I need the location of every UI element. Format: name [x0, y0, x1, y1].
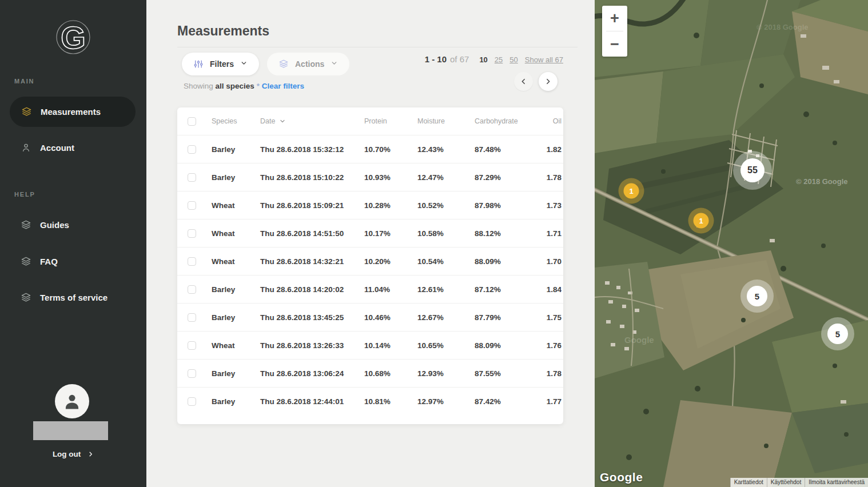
- cell-protein: 10.17%: [364, 229, 417, 238]
- table-row[interactable]: Barley Thu 28.6.2018 13:45:25 10.46% 12.…: [177, 303, 563, 331]
- map-cluster-marker[interactable]: 55: [740, 158, 765, 182]
- report-error-link[interactable]: Ilmoita karttavirheestä: [805, 478, 868, 487]
- chevron-left-icon: [520, 78, 527, 85]
- layers-icon: [21, 219, 31, 230]
- cell-carbohydrate: 87.79%: [475, 313, 546, 322]
- table-row[interactable]: Wheat Thu 28.6.2018 13:26:33 10.14% 10.6…: [177, 331, 563, 359]
- row-checkbox[interactable]: [188, 313, 196, 322]
- zoom-out-button[interactable]: −: [602, 31, 627, 57]
- cell-date: Thu 28.6.2018 14:32:21: [260, 257, 364, 266]
- cell-oil: 1.70: [546, 257, 562, 266]
- cell-moisture: 12.61%: [417, 285, 475, 294]
- cell-species: Barley: [212, 369, 260, 378]
- cell-moisture: 10.65%: [417, 341, 475, 350]
- page-size-10[interactable]: 10: [479, 55, 487, 64]
- sidebar-item-label: Measurements: [41, 107, 101, 117]
- chevron-right-icon: [87, 451, 94, 457]
- column-header-carbohydrate[interactable]: Carbohydrate: [475, 117, 546, 125]
- sidebar-item-label: Account: [40, 143, 74, 153]
- table-row[interactable]: Barley Thu 28.6.2018 12:44:01 10.81% 12.…: [177, 387, 563, 415]
- map-data-link[interactable]: Karttatiedot: [730, 478, 767, 487]
- cell-date: Thu 28.6.2018 14:51:50: [260, 229, 364, 238]
- column-header-oil[interactable]: Oil: [546, 117, 562, 125]
- cell-date: Thu 28.6.2018 13:06:24: [260, 369, 364, 378]
- cell-date: Thu 28.6.2018 15:10:22: [260, 173, 364, 182]
- zoom-in-button[interactable]: +: [602, 6, 627, 31]
- cell-protein: 10.28%: [364, 201, 417, 210]
- table-row[interactable]: Wheat Thu 28.6.2018 15:09:21 10.28% 10.5…: [177, 191, 563, 219]
- cell-oil: 1.77: [546, 397, 562, 406]
- cell-species: Barley: [212, 145, 260, 154]
- row-checkbox[interactable]: [188, 369, 196, 378]
- column-header-protein[interactable]: Protein: [364, 117, 417, 125]
- cell-moisture: 10.58%: [417, 229, 475, 238]
- map-cluster-marker[interactable]: 5: [827, 324, 848, 344]
- cell-date: Thu 28.6.2018 15:09:21: [260, 201, 364, 210]
- cell-oil: 1.84: [546, 285, 562, 294]
- table-row[interactable]: Barley Thu 28.6.2018 15:32:12 10.70% 12.…: [177, 135, 563, 163]
- cell-carbohydrate: 87.48%: [475, 145, 546, 154]
- sidebar-item-faq[interactable]: FAQ: [21, 254, 58, 268]
- sort-chevron-down-icon: [279, 117, 286, 125]
- row-checkbox[interactable]: [188, 145, 196, 154]
- row-checkbox[interactable]: [188, 397, 196, 406]
- actions-button[interactable]: Actions: [267, 53, 349, 75]
- sidebar: G MAIN Measurements Account HELP: [0, 0, 146, 487]
- table-row[interactable]: Barley Thu 28.6.2018 14:20:02 11.04% 12.…: [177, 275, 563, 303]
- map-watermark: Google: [624, 335, 654, 345]
- cell-species: Wheat: [212, 201, 260, 210]
- cell-species: Barley: [212, 173, 260, 182]
- cell-protein: 10.68%: [364, 369, 417, 378]
- row-checkbox[interactable]: [188, 229, 196, 238]
- next-page-button[interactable]: [539, 72, 558, 91]
- table-row[interactable]: Wheat Thu 28.6.2018 14:32:21 10.20% 10.5…: [177, 247, 563, 275]
- cell-protein: 10.93%: [364, 173, 417, 182]
- row-checkbox[interactable]: [188, 341, 196, 350]
- row-checkbox[interactable]: [188, 285, 196, 294]
- layers-icon: [21, 256, 31, 267]
- page-size-25[interactable]: 25: [495, 55, 503, 64]
- cell-moisture: 12.93%: [417, 369, 475, 378]
- row-checkbox[interactable]: [188, 257, 196, 266]
- cell-date: Thu 28.6.2018 13:26:33: [260, 341, 364, 350]
- page-size-50[interactable]: 50: [509, 55, 517, 64]
- cell-carbohydrate: 87.42%: [475, 397, 546, 406]
- row-checkbox[interactable]: [188, 201, 196, 210]
- page-title: Measurements: [177, 23, 269, 39]
- sidebar-item-label: Terms of service: [40, 293, 107, 302]
- sliders-icon: [193, 59, 204, 69]
- column-header-species[interactable]: Species: [212, 117, 260, 125]
- column-header-date[interactable]: Date: [260, 117, 364, 125]
- pagination-range: 1 - 10: [425, 54, 447, 64]
- show-all-link[interactable]: Show all 67: [525, 55, 563, 64]
- column-header-moisture[interactable]: Moisture: [417, 117, 475, 125]
- measurements-table: Species Date Protein Moisture Carbohydra…: [177, 107, 563, 424]
- cell-carbohydrate: 87.12%: [475, 285, 546, 294]
- sidebar-item-account[interactable]: Account: [21, 141, 74, 154]
- sidebar-item-terms-of-service[interactable]: Terms of service: [21, 290, 107, 304]
- table-row[interactable]: Barley Thu 28.6.2018 15:10:22 10.93% 12.…: [177, 163, 563, 191]
- logout-button[interactable]: Log out: [0, 450, 146, 458]
- select-all-checkbox[interactable]: [188, 117, 196, 126]
- cell-oil: 1.82: [546, 145, 562, 154]
- cell-date: Thu 28.6.2018 15:32:12: [260, 145, 364, 154]
- layers-icon: [21, 106, 32, 117]
- cell-oil: 1.71: [546, 229, 562, 238]
- row-checkbox[interactable]: [188, 173, 196, 182]
- map-panel[interactable]: © 2018 Google © 2018 Google Google + − 5…: [595, 0, 868, 487]
- filter-status: Showing all species * Clear filters: [184, 82, 304, 90]
- cell-carbohydrate: 87.29%: [475, 173, 546, 182]
- clear-filters-link[interactable]: Clear filters: [262, 82, 304, 90]
- cell-oil: 1.75: [546, 313, 562, 322]
- map-cluster-marker[interactable]: 1: [624, 183, 639, 199]
- table-row[interactable]: Barley Thu 28.6.2018 13:06:24 10.68% 12.…: [177, 359, 563, 387]
- table-row[interactable]: Wheat Thu 28.6.2018 14:51:50 10.17% 10.5…: [177, 219, 563, 247]
- previous-page-button[interactable]: [514, 72, 533, 91]
- cell-moisture: 10.52%: [417, 201, 475, 210]
- sidebar-item-measurements[interactable]: Measurements: [10, 97, 136, 127]
- filters-button[interactable]: Filters: [182, 53, 259, 75]
- sidebar-item-guides[interactable]: Guides: [21, 218, 69, 231]
- map-cluster-marker[interactable]: 1: [694, 213, 709, 229]
- map-cluster-marker[interactable]: 5: [747, 286, 767, 306]
- terms-link[interactable]: Käyttöehdot: [767, 478, 805, 487]
